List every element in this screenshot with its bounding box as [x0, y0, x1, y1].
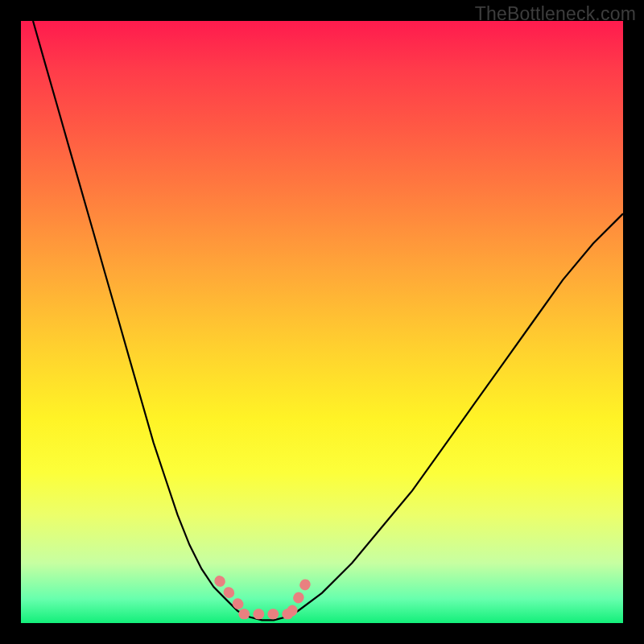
watermark-text: TheBottleneck.com: [475, 3, 636, 25]
valley-marker-overlay: [220, 575, 310, 614]
chart-plot-area: [21, 21, 623, 623]
valley-marker-segment: [292, 575, 310, 611]
bottleneck-curve: [33, 21, 623, 620]
chart-svg: [21, 21, 623, 623]
